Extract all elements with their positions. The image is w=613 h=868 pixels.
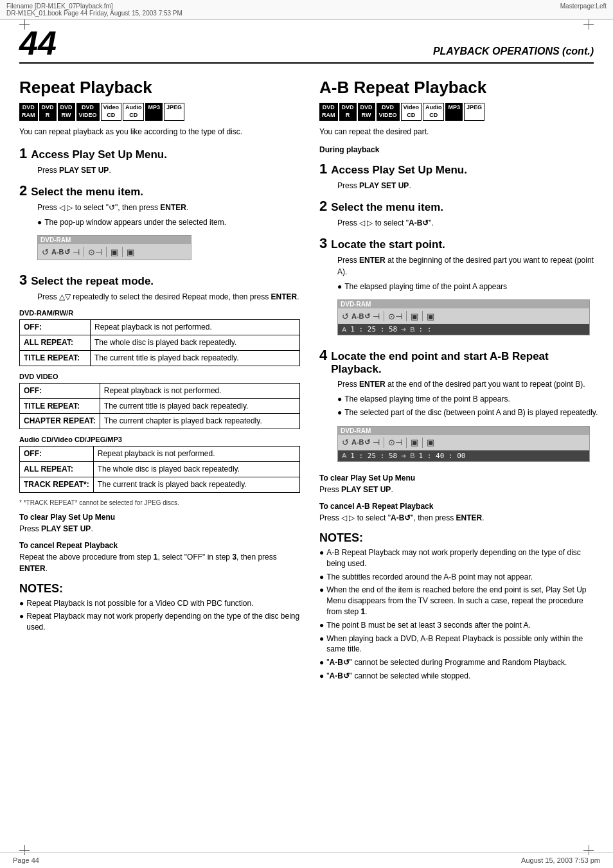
clear-heading: To clear Play Set Up Menu bbox=[19, 513, 300, 522]
right-clear-heading: To clear Play Set Up Menu bbox=[319, 474, 600, 483]
table-row: OFF: Repeat playback is not performed. bbox=[20, 320, 300, 335]
table-row: TITLE REPEAT: The current title is playe… bbox=[20, 398, 300, 414]
filename-label: Filename [DR-M1EK_07Playback.fm] DR-M1EK… bbox=[6, 3, 182, 17]
badge-dvdvideo-r: DVDVIDEO bbox=[377, 103, 400, 120]
crosshair-top-right bbox=[583, 19, 594, 30]
badge-jpeg: JPEG bbox=[164, 103, 184, 120]
left-column: Repeat Playback DVDRAM DVDR DVDRW DVDVID… bbox=[19, 78, 300, 684]
page-number: 44 bbox=[19, 26, 57, 60]
mode-name: ALL REPEAT: bbox=[20, 461, 94, 477]
list-item: ● "A-B↺" cannot be selected while stoppe… bbox=[319, 671, 600, 682]
list-item: ● A-B Repeat Playback may not work prope… bbox=[319, 547, 600, 569]
step3-heading-text: Select the repeat mode. bbox=[31, 275, 154, 288]
mode-desc: The whole disc is played back repeatedly… bbox=[93, 461, 299, 477]
list-item: ● "A-B↺" cannot be selected during Progr… bbox=[319, 657, 600, 668]
right-intro: You can repeat the desired part. bbox=[319, 126, 600, 137]
badge-dvdr: DVDR bbox=[39, 103, 57, 120]
badge-dvdram: DVDRAM bbox=[19, 103, 38, 120]
mode-name: OFF: bbox=[20, 320, 91, 335]
right-notes-heading: NOTES: bbox=[319, 531, 600, 545]
right-step4-heading-text: Locate the end point and start A-B Repea… bbox=[331, 350, 600, 376]
icon-arrow-r: ⊣ bbox=[373, 312, 380, 321]
right-step3-num: 3 bbox=[319, 235, 327, 252]
mode-name: OFF: bbox=[20, 383, 100, 398]
right-step4-heading: 4 Locate the end point and start A-B Rep… bbox=[319, 347, 600, 376]
badge-audiocd: AudioCD bbox=[123, 103, 145, 120]
step1-num: 1 bbox=[19, 145, 27, 162]
page-wrapper: Filename [DR-M1EK_07Playback.fm] DR-M1EK… bbox=[0, 0, 613, 868]
mode-desc: Repeat playback is not performed. bbox=[91, 320, 300, 335]
masterpage-label: Masterpage:Left bbox=[560, 3, 607, 17]
badge-dvdrw-r: DVDRW bbox=[358, 103, 375, 120]
badge-dvdvideo: DVDVIDEO bbox=[76, 103, 100, 120]
mode-desc: The current chapter is played back repea… bbox=[100, 414, 299, 429]
during-label: During playback bbox=[319, 145, 600, 154]
left-step2-heading: 2 Select the menu item. bbox=[19, 182, 300, 199]
right-step2-num: 2 bbox=[319, 198, 327, 215]
list-item: ● When playing back a DVD, A-B Repeat Pl… bbox=[319, 633, 600, 655]
cancel-body: Repeat the above procedure from step 1, … bbox=[19, 551, 300, 574]
badge-dvdrw: DVDRW bbox=[58, 103, 75, 120]
right-section-title: A-B Repeat Playback bbox=[319, 78, 600, 98]
footnote: * *TRACK REPEAT* cannot be selected for … bbox=[19, 499, 300, 506]
step2-heading-text: Select the menu item. bbox=[31, 186, 143, 199]
page-header: 44 PLAYBACK OPERATIONS (cont.) bbox=[19, 26, 594, 64]
mode-name: TITLE REPEAT: bbox=[20, 398, 100, 414]
content-area: Repeat Playback DVDRAM DVDR DVDRW DVDVID… bbox=[0, 71, 613, 697]
left-notes-heading: NOTES: bbox=[19, 582, 300, 596]
list-item: ● Repeat Playback is not possible for a … bbox=[19, 598, 300, 609]
left-format-badges: DVDRAM DVDR DVDRW DVDVIDEO VideoCD Audio… bbox=[19, 103, 300, 120]
right-cancel-heading: To cancel A-B Repeat Playback bbox=[319, 502, 600, 511]
clear-body: Press PLAY SET UP. bbox=[19, 523, 300, 535]
footer-right: August 15, 2003 7:53 pm bbox=[521, 856, 600, 864]
cancel-heading: To cancel Repeat Playback bbox=[19, 541, 300, 550]
badge-jpeg-r: JPEG bbox=[464, 103, 484, 120]
mode-desc: The whole disc is played back repeatedly… bbox=[91, 335, 300, 351]
icon-play-r: ⊙⊣ bbox=[388, 312, 402, 321]
badge-audiocd-r: AudioCD bbox=[423, 103, 445, 120]
icon-ab: A-B↺ bbox=[51, 248, 70, 256]
mode-name: CHAPTER REPEAT: bbox=[20, 414, 100, 429]
dvdvideo-label: DVD VIDEO bbox=[19, 373, 300, 380]
right-format-badges: DVDRAM DVDR DVDRW DVDVIDEO VideoCD Audio… bbox=[319, 103, 600, 120]
right-step4-note1: ● The elapsed playing time of the point … bbox=[337, 394, 600, 405]
right-step3-heading: 3 Locate the start point. bbox=[319, 235, 600, 252]
icon-sq1-r: ▣ bbox=[411, 312, 418, 321]
icon-ab-r: A-B↺ bbox=[351, 312, 370, 321]
right-step3-body: Press ENTER at the beginning of the desi… bbox=[337, 254, 600, 278]
table-dvdram: OFF: Repeat playback is not performed. A… bbox=[19, 319, 300, 366]
left-intro: You can repeat playback as you like acco… bbox=[19, 126, 300, 137]
left-step3-heading: 3 Select the repeat mode. bbox=[19, 272, 300, 288]
page-header-title: PLAYBACK OPERATIONS (cont.) bbox=[433, 46, 594, 57]
icon-play-r4: ⊙⊣ bbox=[388, 438, 402, 447]
badge-dvdr-r: DVDR bbox=[339, 103, 357, 120]
left-step1-heading: 1 Access Play Set Up Menu. bbox=[19, 145, 300, 162]
icon-square2: ▣ bbox=[127, 247, 134, 257]
step1-heading-text: Access Play Set Up Menu. bbox=[31, 148, 167, 161]
right-step3-heading-text: Locate the start point. bbox=[331, 238, 445, 251]
icon-repeat: ↺ bbox=[42, 247, 49, 257]
step3-num: 3 bbox=[19, 272, 27, 288]
icon-ab-r4: A-B↺ bbox=[351, 438, 370, 447]
table-row: ALL REPEAT: The whole disc is played bac… bbox=[20, 461, 300, 477]
icon-arrow: ⊣ bbox=[73, 247, 80, 257]
mode-desc: The current title is played back repeate… bbox=[100, 398, 299, 414]
page-footer: Page 44 August 15, 2003 7:53 pm bbox=[0, 852, 613, 868]
mode-name: ALL REPEAT: bbox=[20, 335, 91, 351]
icon-square1: ▣ bbox=[111, 247, 118, 257]
left-step2-body: Press ◁ ▷ to select "↺", then press ENTE… bbox=[37, 202, 300, 213]
right-notes-list: ● A-B Repeat Playback may not work prope… bbox=[319, 547, 600, 682]
right-step4-num: 4 bbox=[319, 347, 327, 364]
right-cancel-body: Press ◁ ▷ to select "A-B↺", then press E… bbox=[319, 512, 600, 524]
right-step1-num: 1 bbox=[319, 161, 327, 177]
left-notes-list: ● Repeat Playback is not possible for a … bbox=[19, 598, 300, 633]
table-row: CHAPTER REPEAT: The current chapter is p… bbox=[20, 414, 300, 429]
right-clear-body: Press PLAY SET UP. bbox=[319, 484, 600, 495]
right-step3-note: ● The elapsed playing time of the point … bbox=[337, 281, 600, 292]
badge-videocd-r: VideoCD bbox=[401, 103, 422, 120]
dvd-display-step4: DVD-RAM ↺ A-B↺ ⊣ ⊙⊣ ▣ ▣ A 1 : 25 : 58 ➜ bbox=[337, 426, 590, 462]
time-display-step4: A 1 : 25 : 58 ➜ B 1 : 40 : 00 bbox=[338, 450, 589, 461]
right-step2-heading-text: Select the menu item. bbox=[331, 201, 443, 214]
mode-desc: Repeat playback is not performed. bbox=[100, 383, 299, 398]
top-metadata-bar: Filename [DR-M1EK_07Playback.fm] DR-M1EK… bbox=[0, 0, 613, 20]
